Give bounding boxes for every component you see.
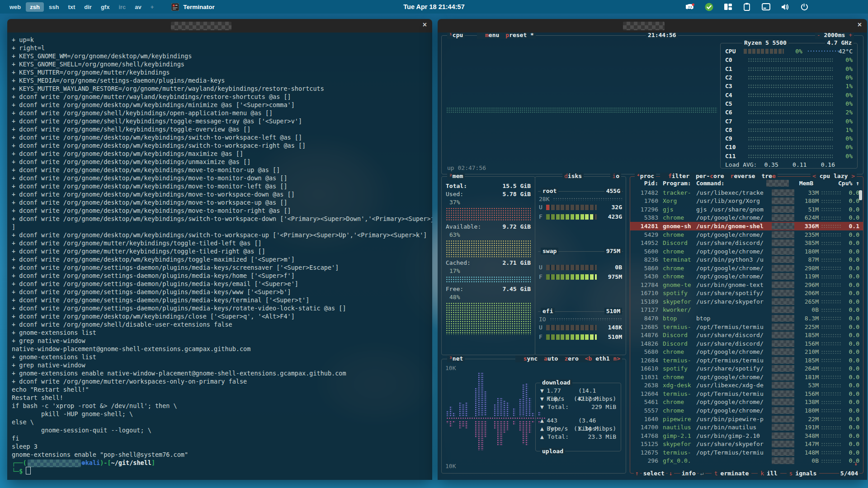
process-row[interactable]: 16610spotify/usr/share/spotify/264M0.0 (630, 364, 863, 373)
io-mode-button[interactable]: io (610, 173, 621, 180)
process-row[interactable]: 14952Discord/usr/share/discord/385M0.0 (630, 239, 863, 247)
blurred-user-cell (772, 282, 794, 288)
workspace-dir[interactable]: dir (80, 2, 96, 12)
process-row[interactable]: 12604termius-/opt/Termius/termiu156M0.0 (630, 389, 863, 398)
process-row[interactable]: 14826Discord/usr/share/discord/156M0.0 (630, 339, 863, 348)
disk-section-swap: swap975MU0BF975M (538, 251, 623, 305)
scrollbar-thumb[interactable] (859, 190, 862, 200)
terminal-titlebar[interactable]: × (7, 19, 432, 33)
proc-panel-title: ⁴proc (635, 173, 656, 180)
workspace-web[interactable]: web (5, 2, 25, 12)
select-down-key[interactable]: ↓ (668, 470, 674, 477)
terminal-line: + dconf write /org/gnome/desktop/wm/keyb… (12, 174, 432, 182)
cpu-button-menu[interactable]: menu (485, 33, 499, 39)
process-row[interactable]: 8470btopbtop8.3M0.0 (630, 314, 863, 323)
window-list-item[interactable]: Terminator (170, 2, 215, 11)
terminal-line: + dconf write /org/gnome/settings-daemon… (12, 280, 432, 288)
select-up-key[interactable]: ↑ (634, 470, 640, 477)
net-interface-selector[interactable]: <b eth1 n> (585, 355, 620, 362)
terminal-window: × + up=k+ right=l+ KEYS_GNOME_WM=/org/gn… (7, 19, 432, 480)
workspace-irc[interactable]: irc (114, 2, 130, 12)
process-row[interactable]: 5557chrome/opt/google/chrome/180M0.0 (630, 406, 863, 415)
close-button[interactable]: × (423, 21, 427, 29)
workspace-zsh[interactable]: zsh (26, 2, 44, 12)
blurred-user-cell (772, 374, 794, 380)
proc-option-per-core[interactable]: per-core (696, 173, 724, 180)
process-row[interactable]: 5429chrome/opt/google/chrome/235M0.0 (630, 230, 863, 239)
proc-option-filter[interactable]: filter (668, 173, 689, 180)
process-row[interactable]: 14700nautilus/usr/bin/nautilus191M0.0 (630, 423, 863, 432)
terminal-line: + dconf write /org/gnome/desktop/wm/keyb… (12, 206, 432, 215)
process-row[interactable]: 12685termius-/opt/Termius/termiu225M0.0 (630, 323, 863, 331)
process-row[interactable]: 5461chrome/opt/google/chrome/138M0.0 (630, 398, 863, 407)
net-panel-title: ³net (447, 355, 465, 362)
volume-icon[interactable] (780, 2, 789, 11)
signals-button[interactable]: signals (787, 470, 820, 477)
tiling-icon[interactable] (723, 2, 732, 11)
terminal-line: + dconf write /org/gnome/shell/keybindin… (12, 125, 432, 133)
proc-option-reverse[interactable]: reverse (731, 173, 755, 180)
workspace-ssh[interactable]: ssh (45, 2, 63, 12)
info-button[interactable]: info (680, 470, 697, 477)
net-button-sync[interactable]: sync (524, 355, 538, 362)
workspace-switcher: webzshsshtxtdirgfxircav+ (5, 2, 159, 12)
process-row[interactable]: 14281gnome-sh/usr/bin/gnome-shel336M0.1 (630, 222, 863, 230)
shell-prompt[interactable]: └─$ (12, 467, 432, 475)
workspace-gfx[interactable]: gfx (97, 2, 114, 12)
process-row[interactable]: 17482tracker-/usr/libexec/tracke33M0.0 (630, 188, 863, 197)
kill-button[interactable]: kill (758, 470, 780, 477)
clipboard-icon[interactable] (742, 2, 751, 11)
blurred-user-cell (772, 197, 794, 204)
workspace-av[interactable]: av (131, 2, 145, 12)
process-row[interactable]: 12675termius-/opt/Termius/termiu148M0.0 (630, 448, 863, 457)
workspace-+[interactable]: + (146, 2, 158, 12)
terminal-line: + dconf write /org/gnome/settings-daemon… (12, 304, 432, 312)
process-row[interactable]: 5383chrome/opt/google/chrome/624M0.0 (630, 214, 863, 222)
discord-icon[interactable] (685, 2, 694, 11)
net-button-zero[interactable]: zero (564, 355, 578, 362)
scroll-down-indicator[interactable]: ↓ (854, 460, 858, 467)
top-panel: webzshsshtxtdirgfxircav+ Terminator Tue … (0, 0, 868, 14)
update-interval[interactable]: - 2000ms + (815, 33, 854, 39)
process-row[interactable]: 14768gimp-2.1/usr/bin/gimp-2.10348M0.0 (630, 432, 863, 440)
terminal-output[interactable]: + up=k+ right=l+ KEYS_GNOME_WM=/org/gnom… (7, 33, 432, 480)
process-row[interactable]: 8236terminat/usr/bin/python3 /u87M0.0 (630, 255, 863, 264)
blurred-user-column (766, 180, 789, 187)
cpu-model: Ryzen 5 5500 (742, 39, 788, 47)
close-button[interactable]: × (858, 21, 862, 29)
process-row[interactable]: 5860chrome/opt/google/chrome/298M0.0 (630, 264, 863, 272)
core-table: Ryzen 5 5500 4.7 GHz CPU 0% 42°C C00%C10… (720, 43, 858, 169)
process-row[interactable]: 296gfx_0.0.0B0.0 (630, 457, 863, 465)
process-row[interactable]: 14876Discord/usr/share/discord/185M0.0 (630, 331, 863, 339)
blurred-user-cell (772, 223, 794, 230)
process-row[interactable]: 1640pipewire/usr/bin/pipewire-p22M0.0 (630, 415, 863, 423)
process-row[interactable]: 15189skypefor/usr/share/skypefor265M0.0 (630, 297, 863, 306)
net-button-auto[interactable]: auto (544, 355, 558, 362)
terminal-icon[interactable] (761, 2, 770, 11)
process-row[interactable]: 5430chrome/opt/google/chrome/119M0.0 (630, 272, 863, 281)
blurred-user-cell (772, 399, 794, 405)
process-row[interactable]: 5680chrome/opt/google/chrome/210M0.0 (630, 347, 863, 356)
net-stat-row: ▼Top:(42.7 Mibps) (540, 395, 616, 403)
workspace-txt[interactable]: txt (64, 2, 79, 12)
process-row[interactable]: 16710spotify/usr/share/spotify/206M0.0 (630, 289, 863, 298)
cpu-button-preset-[interactable]: preset * (505, 33, 534, 39)
process-row[interactable]: 15125skypefor/usr/share/skypefor147M0.0 (630, 440, 863, 448)
btop-titlebar[interactable]: × (438, 19, 867, 33)
process-row[interactable]: 5600chrome/opt/google/chrome/180M0.0 (630, 247, 863, 256)
proc-option-tree[interactable]: tree (761, 173, 775, 180)
process-row[interactable]: 17296gjsgjs /usr/share/gnom51M0.0 (630, 205, 863, 214)
terminal-line: + dconf write /org/gnome/desktop/wm/keyb… (12, 150, 432, 158)
terminate-button[interactable]: terminate (712, 470, 751, 477)
power-icon[interactable] (799, 2, 808, 11)
sort-selector[interactable]: < cpu lazy > (811, 173, 857, 180)
process-row[interactable]: 11031chrome/opt/google/chrome/181M0.0 (630, 373, 863, 381)
process-row[interactable]: 12784gnome-te/usr/bin/gnome-text296M0.0 (630, 281, 863, 289)
process-row[interactable]: 1760Xorg/usr/lib/xorg/Xorg188M0.0 (630, 197, 863, 206)
shell-prompt[interactable]: ┌──(⊛kali)-[~/git/shell] (12, 459, 432, 467)
process-row[interactable]: 2638xdg-desk/usr/libexec/xdg-de53M0.0 (630, 381, 863, 390)
process-row[interactable]: 17127kworker/0B0.0 (630, 306, 863, 314)
check-icon[interactable] (704, 2, 713, 11)
terminal-line: + KEYS_MUTTER_WAYLAND_RESTORE=/org/gnome… (12, 84, 432, 93)
process-row[interactable]: 12684termius-/opt/Termius/termiu185M0.0 (630, 356, 863, 365)
